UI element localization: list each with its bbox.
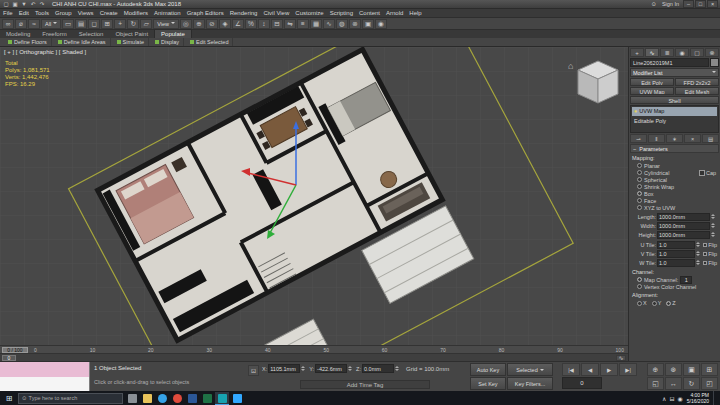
- menu-item[interactable]: Graph Editors: [184, 9, 227, 18]
- menu-item[interactable]: Civil View: [260, 9, 292, 18]
- quick-access-icon[interactable]: ▣: [11, 1, 19, 8]
- auto-key-button[interactable]: Auto Key: [470, 363, 506, 376]
- sign-in-button[interactable]: Sign In: [662, 1, 679, 7]
- toolbar-icon[interactable]: ⇋: [284, 19, 296, 29]
- object-color-swatch[interactable]: [710, 58, 719, 67]
- toolbar-icon[interactable]: ▣: [362, 19, 374, 29]
- spinner-icon[interactable]: [711, 213, 717, 221]
- mapping-option-radio[interactable]: Shrink Wrap: [630, 183, 719, 190]
- taskbar-app-icon[interactable]: [125, 392, 139, 405]
- menu-item[interactable]: Animation: [151, 9, 184, 18]
- toolbar-icon[interactable]: ⊘: [206, 19, 218, 29]
- quick-access-icon[interactable]: ▢: [2, 1, 10, 8]
- transport-button[interactable]: |◀: [562, 363, 580, 376]
- viewport-nav-button[interactable]: ◱: [647, 377, 664, 390]
- taskbar-app-icon[interactable]: [170, 392, 184, 405]
- menu-item[interactable]: Views: [75, 9, 97, 18]
- transport-button[interactable]: ▶|: [619, 363, 637, 376]
- menu-item[interactable]: Rendering: [227, 9, 261, 18]
- modifier-set-button[interactable]: FFD 2x2x2: [675, 78, 719, 86]
- show-desktop-button[interactable]: [713, 391, 716, 405]
- spinner-icon[interactable]: [711, 222, 717, 230]
- toolbar-icon[interactable]: ◈: [219, 19, 231, 29]
- window-control-button[interactable]: –: [683, 0, 694, 8]
- window-control-button[interactable]: □: [695, 0, 706, 8]
- toolbar-icon[interactable]: %: [245, 19, 257, 29]
- alignment-axis-radio[interactable]: Y: [652, 300, 662, 306]
- toolbar-icon[interactable]: ↕: [258, 19, 270, 29]
- ribbon-tab[interactable]: Selection: [73, 30, 110, 38]
- spinner-icon[interactable]: [696, 250, 702, 258]
- menu-item[interactable]: Customize: [292, 9, 326, 18]
- ribbon-button[interactable]: Display: [151, 38, 184, 46]
- toolbar-icon[interactable]: ◻: [88, 19, 100, 29]
- stack-tool-icon[interactable]: ▤: [702, 134, 719, 143]
- dimension-field[interactable]: 1000.0mm: [657, 213, 710, 221]
- reference-coordsys-dropdown[interactable]: View: [153, 19, 179, 29]
- timeline-ruler[interactable]: 0 / 100 0102030405060708090100: [0, 345, 628, 353]
- toolbar-icon[interactable]: ▭: [62, 19, 74, 29]
- spinner-icon[interactable]: [696, 259, 702, 267]
- modifier-set-button[interactable]: Edit Poly: [630, 78, 674, 86]
- selection-filter-dropdown[interactable]: All: [41, 19, 61, 29]
- toolbar-icon[interactable]: ⊕: [193, 19, 205, 29]
- spinner-icon[interactable]: [301, 365, 307, 373]
- toolbar-icon[interactable]: ⊟: [271, 19, 283, 29]
- dimension-field[interactable]: 1000.0mm: [657, 231, 710, 239]
- modifier-list-dropdown[interactable]: Modifier List: [630, 68, 719, 77]
- spinner-icon[interactable]: [696, 241, 702, 249]
- command-panel-tab[interactable]: ⊗: [705, 48, 719, 57]
- tile-field[interactable]: 1.0: [657, 241, 695, 249]
- taskbar-app-icon[interactable]: [140, 392, 154, 405]
- window-control-button[interactable]: ×: [707, 0, 718, 8]
- coordinate-field[interactable]: 0.0mm: [362, 364, 394, 373]
- stack-tool-icon[interactable]: ⊸: [630, 134, 647, 143]
- viewport-nav-button[interactable]: ▣: [683, 363, 700, 376]
- taskbar-app-icon[interactable]: [155, 392, 169, 405]
- ribbon-button[interactable]: Define Idle Areas: [54, 38, 111, 46]
- quick-access-icon[interactable]: ▼: [20, 1, 28, 8]
- taskbar-search[interactable]: ⊙ Type here to search: [18, 393, 123, 404]
- ribbon-button[interactable]: Edit Selected: [186, 38, 233, 46]
- quick-access-icon[interactable]: ↷: [38, 1, 46, 8]
- viewport-nav-button[interactable]: ⊞: [701, 363, 718, 376]
- coordinate-field[interactable]: 1105.1mm: [268, 364, 300, 373]
- command-panel-tab[interactable]: +: [630, 48, 644, 57]
- mapping-option-radio[interactable]: Box: [630, 190, 719, 197]
- flip-checkbox[interactable]: Flip: [703, 260, 717, 266]
- selection-lock-toggle[interactable]: ⊡: [248, 365, 259, 376]
- channel-option-radio[interactable]: Map Channel: 1: [630, 276, 719, 283]
- viewport-nav-button[interactable]: ↔: [665, 377, 682, 390]
- mapping-option-radio[interactable]: Cylindrical Cap: [630, 169, 719, 176]
- tile-field[interactable]: 1.0: [657, 250, 695, 258]
- maxscript-mini-listener[interactable]: [0, 377, 90, 392]
- flip-checkbox[interactable]: Flip: [703, 242, 717, 248]
- spinner-icon[interactable]: [395, 365, 401, 373]
- command-panel-tab[interactable]: ▢: [690, 48, 704, 57]
- toolbar-icon[interactable]: ◍: [336, 19, 348, 29]
- quick-access-icon[interactable]: ↶: [29, 1, 37, 8]
- toolbar-icon[interactable]: ⊞: [101, 19, 113, 29]
- coordinate-field[interactable]: -422.6mm: [315, 364, 347, 373]
- viewcube-home-icon[interactable]: ⌂: [568, 61, 573, 71]
- track-bar[interactable]: 0 ∿: [0, 353, 628, 361]
- stack-tool-icon[interactable]: ∗: [666, 134, 683, 143]
- menu-item[interactable]: Help: [406, 9, 424, 18]
- maxscript-mini-listener-macro[interactable]: [0, 362, 90, 377]
- viewport-nav-button[interactable]: ◰: [701, 377, 718, 390]
- spinner-icon[interactable]: [711, 231, 717, 239]
- menu-item[interactable]: Edit: [16, 9, 32, 18]
- ribbon-tab[interactable]: Freeform: [36, 30, 72, 38]
- mapping-option-radio[interactable]: Planar: [630, 162, 719, 169]
- menu-item[interactable]: Content: [356, 9, 383, 18]
- current-frame-field[interactable]: 0: [562, 377, 602, 389]
- toolbar-icon[interactable]: ≡: [297, 19, 309, 29]
- selected-dropdown[interactable]: Selected: [507, 363, 553, 376]
- tray-icon[interactable]: ∧: [662, 395, 666, 402]
- toolbar-icon[interactable]: ↻: [127, 19, 139, 29]
- modifier-set-button[interactable]: UVW Map: [630, 87, 674, 95]
- tray-icon[interactable]: ⊟: [669, 395, 674, 402]
- viewport-nav-button[interactable]: ↻: [683, 377, 700, 390]
- viewport-orthographic[interactable]: ⌂ [ + ] [ Orthographic ] [ Shaded ] Tota…: [0, 47, 628, 345]
- modifier-stack-item[interactable]: ● UVW Map: [632, 107, 717, 116]
